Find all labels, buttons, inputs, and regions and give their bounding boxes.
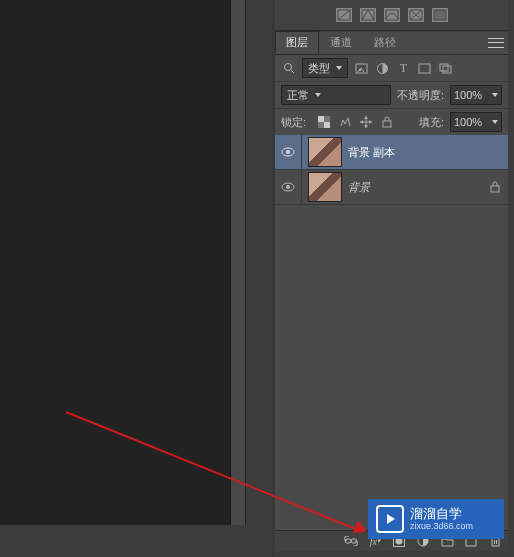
tab-layers[interactable]: 图层	[275, 31, 319, 54]
layer-row[interactable]: 背景	[275, 170, 508, 205]
svg-point-28	[286, 150, 290, 154]
filter-smart-icon[interactable]	[438, 61, 453, 75]
adjust-icon-4[interactable]	[408, 8, 424, 22]
fill-input[interactable]: 100%	[450, 112, 502, 132]
fill-value: 100%	[454, 116, 482, 128]
layer-thumbnail[interactable]	[308, 137, 342, 167]
svg-rect-14	[440, 64, 448, 71]
filter-type-icon[interactable]: T	[396, 61, 411, 75]
svg-marker-22	[364, 116, 368, 119]
search-icon[interactable]	[281, 61, 296, 75]
adjustments-strip	[275, 0, 508, 31]
layer-row[interactable]: 背景 副本	[275, 135, 508, 170]
svg-marker-24	[360, 120, 363, 124]
filter-kind-dropdown[interactable]: 类型	[302, 58, 348, 78]
chevron-down-icon	[492, 93, 498, 97]
layer-name[interactable]: 背景 副本	[348, 145, 508, 160]
visibility-toggle[interactable]	[275, 170, 302, 204]
play-icon	[376, 505, 404, 533]
layer-name[interactable]: 背景	[348, 180, 490, 195]
layers-list: 背景 副本 背景	[275, 135, 508, 535]
layer-thumbnail[interactable]	[308, 172, 342, 202]
adjust-icon-5[interactable]	[432, 8, 448, 22]
lock-image-icon[interactable]	[337, 115, 352, 129]
watermark: 溜溜自学 zixue.3d66.com	[368, 499, 504, 539]
svg-rect-7	[434, 10, 446, 20]
tab-channels[interactable]: 通道	[319, 31, 363, 54]
svg-rect-16	[318, 116, 324, 122]
blend-mode-label: 正常	[287, 88, 309, 103]
svg-rect-19	[318, 122, 324, 128]
svg-line-9	[291, 70, 294, 73]
panel-tabs: 图层 通道 路径	[275, 32, 508, 55]
lock-position-icon[interactable]	[358, 115, 373, 129]
lock-label: 锁定:	[281, 115, 306, 130]
lock-all-icon[interactable]	[379, 115, 394, 129]
svg-rect-17	[324, 122, 330, 128]
filter-adjust-icon[interactable]	[375, 61, 390, 75]
layer-filter-row: 类型 T	[275, 55, 508, 82]
lock-icon	[490, 181, 500, 193]
svg-marker-25	[369, 120, 372, 124]
svg-rect-38	[492, 538, 499, 546]
svg-rect-26	[383, 121, 391, 127]
filter-shape-icon[interactable]	[417, 61, 432, 75]
chevron-down-icon	[492, 120, 498, 124]
svg-line-1	[338, 10, 350, 20]
svg-rect-2	[362, 10, 374, 20]
visibility-toggle[interactable]	[275, 135, 302, 169]
tab-paths[interactable]: 路径	[363, 31, 407, 54]
vertical-scrollbar[interactable]	[231, 0, 246, 525]
filter-kind-label: 类型	[308, 61, 330, 76]
svg-rect-3	[386, 10, 398, 20]
chevron-down-icon	[315, 93, 321, 97]
svg-rect-15	[443, 66, 451, 73]
adjust-icon-3[interactable]	[384, 8, 400, 22]
svg-point-30	[286, 185, 290, 189]
opacity-input[interactable]: 100%	[450, 85, 502, 105]
svg-rect-13	[419, 64, 430, 73]
link-icon[interactable]	[344, 534, 358, 548]
filter-pixel-icon[interactable]	[354, 61, 369, 75]
lock-transparent-icon[interactable]	[316, 115, 331, 129]
svg-rect-31	[491, 186, 499, 192]
svg-marker-23	[364, 125, 368, 128]
svg-point-8	[284, 64, 291, 71]
panel-menu-icon[interactable]	[488, 36, 504, 54]
blend-mode-dropdown[interactable]: 正常	[281, 85, 391, 105]
blend-row: 正常 不透明度: 100%	[275, 82, 508, 109]
fill-label: 填充:	[419, 115, 444, 130]
watermark-title: 溜溜自学	[410, 507, 473, 521]
eye-icon	[281, 147, 295, 157]
adjust-icon-1[interactable]	[336, 8, 352, 22]
svg-rect-18	[324, 116, 330, 122]
adjust-icon-2[interactable]	[360, 8, 376, 22]
lock-row: 锁定: 填充: 100%	[275, 109, 508, 136]
eye-icon	[281, 182, 295, 192]
opacity-value: 100%	[454, 89, 482, 101]
canvas-area[interactable]	[0, 0, 231, 525]
chevron-down-icon	[336, 66, 342, 70]
layers-panel: 类型 T 正常 不透明度: 100% 锁定: 填充: 100%	[275, 55, 508, 535]
watermark-url: zixue.3d66.com	[410, 521, 473, 531]
opacity-label: 不透明度:	[397, 88, 444, 103]
